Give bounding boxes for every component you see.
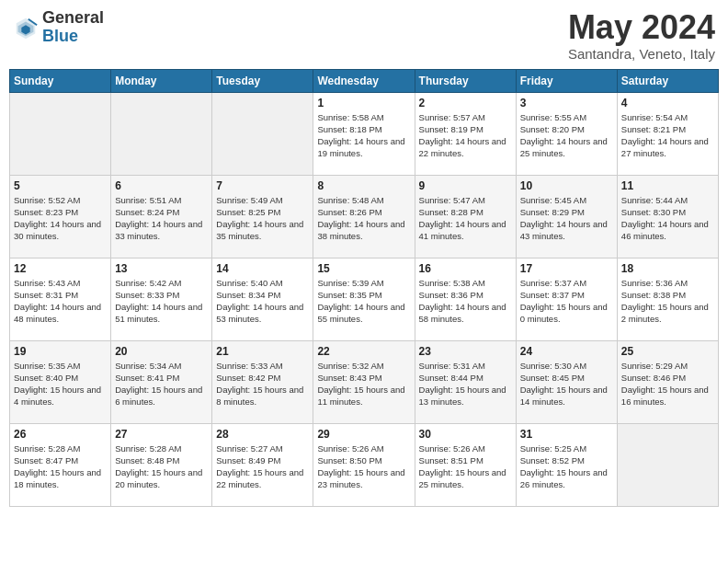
- day-number: 7: [216, 179, 309, 192]
- calendar-cell: 8Sunrise: 5:48 AM Sunset: 8:26 PM Daylig…: [313, 175, 415, 258]
- calendar-cell: 26Sunrise: 5:28 AM Sunset: 8:47 PM Dayli…: [10, 423, 111, 506]
- day-number: 1: [317, 97, 410, 109]
- calendar-week-row: 19Sunrise: 5:35 AM Sunset: 8:40 PM Dayli…: [10, 340, 719, 423]
- weekday-header-wednesday: Wednesday: [313, 69, 415, 92]
- day-number: 19: [14, 345, 107, 358]
- day-info: Sunrise: 5:37 AM Sunset: 8:37 PM Dayligh…: [520, 277, 613, 326]
- logo-icon: [13, 15, 39, 40]
- weekday-header-monday: Monday: [111, 69, 212, 92]
- calendar-cell: 4Sunrise: 5:54 AM Sunset: 8:21 PM Daylig…: [617, 92, 718, 175]
- calendar-cell: 2Sunrise: 5:57 AM Sunset: 8:19 PM Daylig…: [415, 92, 516, 175]
- day-info: Sunrise: 5:47 AM Sunset: 8:28 PM Dayligh…: [419, 194, 512, 243]
- day-number: 31: [520, 428, 613, 441]
- logo-blue-text: Blue: [42, 28, 104, 46]
- calendar-cell: 19Sunrise: 5:35 AM Sunset: 8:40 PM Dayli…: [10, 340, 111, 423]
- day-info: Sunrise: 5:54 AM Sunset: 8:21 PM Dayligh…: [621, 111, 714, 160]
- weekday-header-saturday: Saturday: [617, 69, 718, 92]
- logo-general-text: General: [42, 9, 104, 28]
- day-info: Sunrise: 5:55 AM Sunset: 8:20 PM Dayligh…: [520, 111, 613, 160]
- weekday-header-thursday: Thursday: [415, 69, 516, 92]
- calendar-cell: 12Sunrise: 5:43 AM Sunset: 8:31 PM Dayli…: [10, 258, 111, 340]
- day-info: Sunrise: 5:26 AM Sunset: 8:51 PM Dayligh…: [419, 442, 512, 491]
- day-number: 30: [419, 428, 512, 441]
- calendar-cell: 31Sunrise: 5:25 AM Sunset: 8:52 PM Dayli…: [516, 423, 617, 506]
- day-number: 25: [621, 345, 714, 358]
- calendar-cell: 13Sunrise: 5:42 AM Sunset: 8:33 PM Dayli…: [111, 258, 212, 340]
- calendar-cell: 17Sunrise: 5:37 AM Sunset: 8:37 PM Dayli…: [516, 258, 617, 340]
- calendar-cell: 18Sunrise: 5:36 AM Sunset: 8:38 PM Dayli…: [617, 258, 718, 340]
- day-info: Sunrise: 5:25 AM Sunset: 8:52 PM Dayligh…: [520, 442, 613, 491]
- day-info: Sunrise: 5:33 AM Sunset: 8:42 PM Dayligh…: [216, 360, 309, 408]
- calendar-cell: 20Sunrise: 5:34 AM Sunset: 8:41 PM Dayli…: [111, 340, 212, 423]
- calendar-cell: 27Sunrise: 5:28 AM Sunset: 8:48 PM Dayli…: [111, 423, 212, 506]
- page-header: General Blue May 2024 Santandra, Veneto,…: [9, 9, 719, 62]
- calendar-table: SundayMondayTuesdayWednesdayThursdayFrid…: [9, 69, 719, 507]
- logo: General Blue: [13, 9, 104, 46]
- calendar-cell: 10Sunrise: 5:45 AM Sunset: 8:29 PM Dayli…: [516, 175, 617, 258]
- day-number: 5: [14, 179, 107, 192]
- calendar-cell: 29Sunrise: 5:26 AM Sunset: 8:50 PM Dayli…: [313, 423, 415, 506]
- calendar-cell: 22Sunrise: 5:32 AM Sunset: 8:43 PM Dayli…: [313, 340, 415, 423]
- day-info: Sunrise: 5:38 AM Sunset: 8:36 PM Dayligh…: [419, 277, 512, 326]
- day-info: Sunrise: 5:39 AM Sunset: 8:35 PM Dayligh…: [317, 277, 410, 326]
- day-info: Sunrise: 5:44 AM Sunset: 8:30 PM Dayligh…: [621, 194, 714, 243]
- day-info: Sunrise: 5:45 AM Sunset: 8:29 PM Dayligh…: [520, 194, 613, 243]
- calendar-cell: [111, 92, 212, 175]
- calendar-cell: [212, 92, 313, 175]
- calendar-cell: [617, 423, 718, 506]
- day-info: Sunrise: 5:42 AM Sunset: 8:33 PM Dayligh…: [115, 277, 208, 326]
- weekday-header-row: SundayMondayTuesdayWednesdayThursdayFrid…: [10, 69, 719, 92]
- calendar-week-row: 12Sunrise: 5:43 AM Sunset: 8:31 PM Dayli…: [10, 258, 719, 340]
- day-number: 8: [317, 179, 410, 192]
- day-info: Sunrise: 5:51 AM Sunset: 8:24 PM Dayligh…: [115, 194, 208, 243]
- calendar-cell: 1Sunrise: 5:58 AM Sunset: 8:18 PM Daylig…: [313, 92, 415, 175]
- calendar-cell: 7Sunrise: 5:49 AM Sunset: 8:25 PM Daylig…: [212, 175, 313, 258]
- day-info: Sunrise: 5:36 AM Sunset: 8:38 PM Dayligh…: [621, 277, 714, 326]
- calendar-cell: 3Sunrise: 5:55 AM Sunset: 8:20 PM Daylig…: [516, 92, 617, 175]
- calendar-cell: 15Sunrise: 5:39 AM Sunset: 8:35 PM Dayli…: [313, 258, 415, 340]
- calendar-cell: 6Sunrise: 5:51 AM Sunset: 8:24 PM Daylig…: [111, 175, 212, 258]
- day-number: 21: [216, 345, 309, 358]
- day-number: 22: [317, 345, 410, 358]
- day-number: 10: [520, 179, 613, 192]
- day-info: Sunrise: 5:52 AM Sunset: 8:23 PM Dayligh…: [14, 194, 107, 243]
- day-info: Sunrise: 5:35 AM Sunset: 8:40 PM Dayligh…: [14, 360, 107, 408]
- day-number: 12: [14, 262, 107, 275]
- day-number: 6: [115, 179, 208, 192]
- logo-text: General Blue: [42, 9, 104, 46]
- day-number: 29: [317, 428, 410, 441]
- day-number: 9: [419, 179, 512, 192]
- day-info: Sunrise: 5:28 AM Sunset: 8:48 PM Dayligh…: [115, 442, 208, 491]
- day-info: Sunrise: 5:40 AM Sunset: 8:34 PM Dayligh…: [216, 277, 309, 326]
- calendar-cell: 28Sunrise: 5:27 AM Sunset: 8:49 PM Dayli…: [212, 423, 313, 506]
- calendar-cell: 9Sunrise: 5:47 AM Sunset: 8:28 PM Daylig…: [415, 175, 516, 258]
- day-info: Sunrise: 5:29 AM Sunset: 8:46 PM Dayligh…: [621, 360, 714, 408]
- location-subtitle: Santandra, Veneto, Italy: [568, 46, 715, 62]
- calendar-cell: 14Sunrise: 5:40 AM Sunset: 8:34 PM Dayli…: [212, 258, 313, 340]
- day-info: Sunrise: 5:43 AM Sunset: 8:31 PM Dayligh…: [14, 277, 107, 326]
- day-number: 13: [115, 262, 208, 275]
- day-info: Sunrise: 5:31 AM Sunset: 8:44 PM Dayligh…: [419, 360, 512, 408]
- day-number: 11: [621, 179, 714, 192]
- calendar-cell: 16Sunrise: 5:38 AM Sunset: 8:36 PM Dayli…: [415, 258, 516, 340]
- day-info: Sunrise: 5:32 AM Sunset: 8:43 PM Dayligh…: [317, 360, 410, 408]
- day-info: Sunrise: 5:26 AM Sunset: 8:50 PM Dayligh…: [317, 442, 410, 491]
- calendar-cell: 23Sunrise: 5:31 AM Sunset: 8:44 PM Dayli…: [415, 340, 516, 423]
- day-number: 16: [419, 262, 512, 275]
- calendar-cell: 25Sunrise: 5:29 AM Sunset: 8:46 PM Dayli…: [617, 340, 718, 423]
- weekday-header-tuesday: Tuesday: [212, 69, 313, 92]
- day-number: 26: [14, 428, 107, 441]
- day-number: 15: [317, 262, 410, 275]
- day-number: 3: [520, 97, 613, 109]
- day-number: 17: [520, 262, 613, 275]
- day-info: Sunrise: 5:30 AM Sunset: 8:45 PM Dayligh…: [520, 360, 613, 408]
- title-area: May 2024 Santandra, Veneto, Italy: [568, 9, 715, 62]
- day-number: 28: [216, 428, 309, 441]
- day-info: Sunrise: 5:27 AM Sunset: 8:49 PM Dayligh…: [216, 442, 309, 491]
- weekday-header-friday: Friday: [516, 69, 617, 92]
- calendar-cell: 21Sunrise: 5:33 AM Sunset: 8:42 PM Dayli…: [212, 340, 313, 423]
- weekday-header-sunday: Sunday: [10, 69, 111, 92]
- day-number: 14: [216, 262, 309, 275]
- day-number: 24: [520, 345, 613, 358]
- day-info: Sunrise: 5:58 AM Sunset: 8:18 PM Dayligh…: [317, 111, 410, 160]
